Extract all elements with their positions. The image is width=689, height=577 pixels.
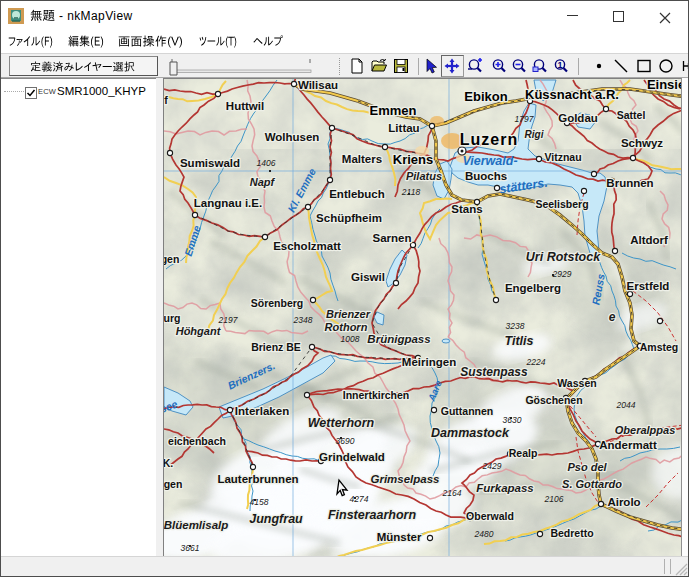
svg-text:Napf: Napf: [250, 176, 276, 188]
svg-text:Küssnacht a.R.: Küssnacht a.R.: [525, 87, 619, 102]
svg-text:Langnau i.E.: Langnau i.E.: [194, 197, 262, 209]
svg-text:Entlebuch: Entlebuch: [329, 188, 385, 200]
svg-text:Amsteg: Amsteg: [640, 341, 679, 353]
svg-text:Höhgant: Höhgant: [176, 325, 222, 337]
svg-text:Erstfeld: Erstfeld: [627, 280, 670, 292]
svg-text:Meiringen: Meiringen: [402, 356, 456, 368]
svg-text:Vitznau: Vitznau: [544, 151, 581, 163]
svg-text:Grimselpass: Grimselpass: [370, 473, 439, 485]
svg-text:Guttannen: Guttannen: [441, 405, 494, 417]
svg-text:2164: 2164: [442, 488, 462, 498]
svg-text:Sörenberg: Sörenberg: [251, 297, 304, 309]
svg-text:3661: 3661: [181, 543, 200, 553]
svg-text:K.: K.: [164, 457, 173, 469]
svg-text:Lauterbrunnen: Lauterbrunnen: [217, 473, 298, 485]
svg-text:Andermatt: Andermatt: [599, 439, 657, 451]
svg-text:Sattel: Sattel: [617, 109, 646, 121]
svg-text:eichenbach: eichenbach: [168, 435, 226, 447]
svg-text:Wetterhorn: Wetterhorn: [308, 416, 375, 430]
svg-text:2224: 2224: [526, 357, 546, 367]
svg-text:Brünigpass: Brünigpass: [367, 333, 430, 345]
svg-text:Malters: Malters: [342, 153, 382, 165]
svg-text:Münster: Münster: [377, 531, 422, 543]
svg-text:2118: 2118: [401, 187, 421, 197]
svg-text:Kriens: Kriens: [393, 152, 433, 167]
svg-text:1797: 1797: [515, 114, 534, 124]
svg-text:2480: 2480: [474, 529, 494, 539]
svg-text:Oberalppas: Oberalppas: [615, 424, 676, 436]
svg-text:Pso del: Pso del: [567, 461, 607, 473]
svg-text:Seelisberg: Seelisberg: [535, 198, 588, 210]
svg-text:Escholzmatt: Escholzmatt: [273, 240, 341, 252]
svg-text:Wilisau: Wilisau: [298, 79, 338, 91]
svg-text:Stans: Stans: [451, 203, 482, 215]
svg-text:Emmen: Emmen: [370, 103, 417, 118]
svg-text:Innertkirchen: Innertkirchen: [343, 389, 410, 401]
svg-text:Buochs: Buochs: [465, 170, 507, 182]
svg-text:Einsied: Einsied: [647, 79, 681, 92]
svg-text:Vierwald-: Vierwald-: [462, 154, 517, 168]
svg-text:Luzern: Luzern: [460, 131, 518, 148]
svg-text:Göschenen: Göschenen: [525, 394, 582, 406]
svg-text:1: 1: [557, 60, 562, 70]
svg-text:S. Gottardo: S. Gottardo: [562, 478, 622, 490]
svg-text:3630: 3630: [503, 415, 522, 425]
svg-text:2348: 2348: [293, 315, 313, 325]
svg-text:Brunnen: Brunnen: [606, 177, 653, 189]
svg-text:Sumiswald: Sumiswald: [180, 157, 240, 169]
svg-text:e: e: [609, 310, 616, 324]
svg-text:3238: 3238: [506, 321, 525, 331]
svg-text:2429: 2429: [482, 461, 502, 471]
svg-text:3690: 3690: [336, 436, 355, 446]
svg-text:Finsteraarhorn: Finsteraarhorn: [328, 508, 417, 522]
svg-text:Altdorf: Altdorf: [630, 234, 668, 246]
svg-text:Airolo: Airolo: [607, 496, 640, 508]
svg-text:Wolhusen: Wolhusen: [265, 131, 320, 143]
svg-text:Huttwil: Huttwil: [226, 100, 264, 112]
svg-text:Brienzer: Brienzer: [326, 308, 371, 320]
svg-text:Rothorn: Rothorn: [325, 321, 368, 333]
svg-text:Furkapass: Furkapass: [476, 482, 534, 494]
svg-text:1406: 1406: [257, 158, 276, 168]
svg-text:Ebikon: Ebikon: [464, 89, 507, 104]
svg-text:Blüemlisalp: Blüemlisalp: [164, 519, 228, 531]
svg-text:Goldau: Goldau: [558, 112, 598, 124]
svg-text:Pilatus: Pilatus: [406, 170, 442, 182]
svg-text:f: f: [164, 94, 168, 106]
svg-text:Dammastock: Dammastock: [431, 426, 510, 440]
svg-text:2929: 2929: [552, 269, 572, 279]
svg-text:4274: 4274: [350, 494, 369, 504]
svg-text:Sustenpass: Sustenpass: [460, 365, 528, 379]
svg-text:2197: 2197: [218, 315, 238, 325]
svg-text:Schüpfheim: Schüpfheim: [316, 212, 382, 224]
svg-text:gen: gen: [164, 478, 182, 490]
svg-text:4158: 4158: [250, 497, 269, 507]
svg-text:Wassen: Wassen: [557, 377, 596, 389]
svg-text:Schwyz: Schwyz: [621, 137, 663, 149]
svg-text:2106: 2106: [544, 494, 564, 504]
svg-text:2044: 2044: [616, 400, 636, 410]
svg-text:urg: urg: [164, 312, 180, 324]
svg-text:Giswil: Giswil: [351, 271, 385, 283]
svg-text:Jungfrau: Jungfrau: [249, 512, 303, 526]
svg-text:Uri Rotstock: Uri Rotstock: [526, 250, 601, 264]
svg-text:Sarnen: Sarnen: [373, 232, 412, 244]
svg-text:Realp: Realp: [509, 447, 538, 459]
svg-text:Rigi: Rigi: [525, 129, 544, 140]
svg-text:Brienz BE: Brienz BE: [251, 341, 301, 353]
svg-text:1008: 1008: [341, 334, 360, 344]
svg-text:Titlis: Titlis: [505, 334, 534, 348]
svg-text:Engelberg: Engelberg: [505, 282, 561, 294]
svg-text:Littau: Littau: [388, 122, 419, 134]
svg-text:Grindelwald: Grindelwald: [319, 451, 385, 463]
svg-text:Interlaken: Interlaken: [235, 405, 289, 417]
svg-text:Oberwald: Oberwald: [466, 510, 514, 522]
svg-text:Bedretto: Bedretto: [550, 527, 593, 539]
svg-text:gen: gen: [164, 253, 179, 265]
